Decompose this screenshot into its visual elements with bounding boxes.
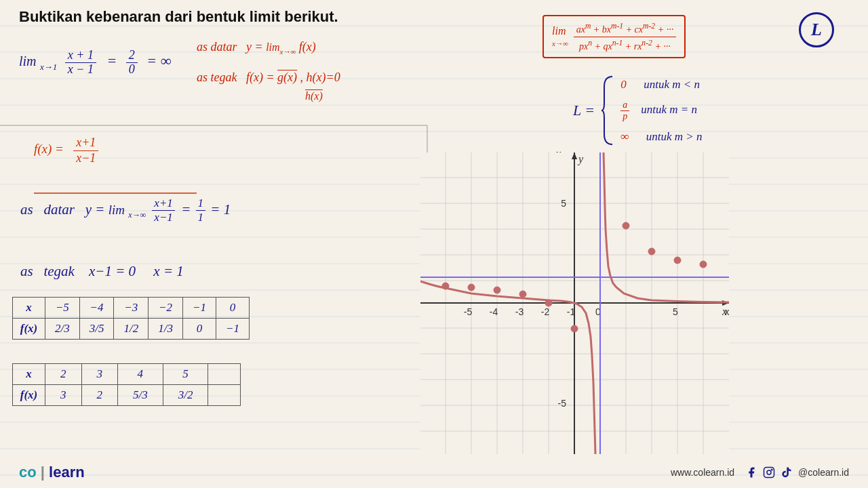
table-cell	[208, 385, 241, 406]
table-cell: 2	[81, 385, 118, 406]
frac-denominator: x − 1	[65, 63, 96, 77]
formula-top: axm + bxm-1 + cxm-2 + ···	[574, 20, 676, 37]
case-2: a p untuk m = n	[620, 100, 702, 122]
fx-label: f(x) =	[34, 142, 70, 156]
table-cell: −3	[114, 298, 149, 319]
lim-fraction: x + 1 x − 1	[65, 49, 96, 77]
svg-text:-5: -5	[558, 398, 567, 409]
infinity-label: = ∞	[146, 52, 171, 69]
table-cell: 3/5	[79, 319, 114, 340]
table-cell: −4	[79, 298, 114, 319]
table-cell: f(x)	[13, 385, 45, 406]
cases-list: 0 untuk m < n a p untuk m = n ∞ untuk m …	[620, 78, 702, 144]
page: Buktikan kebenaran dari bentuk limit ber…	[0, 0, 868, 488]
table-cell: 5/3	[118, 385, 163, 406]
table-cell: x	[13, 364, 45, 385]
graph-svg: x y -5 -4 -3 -2 -1 0 5 x 5 -5	[420, 152, 729, 454]
svg-text:-3: -3	[515, 306, 524, 317]
fx-formula: f(x) = x+1 x−1	[34, 136, 98, 165]
as-datar-fraction: x+1 x−1	[152, 197, 175, 225]
svg-point-46	[494, 287, 500, 293]
table-cell: 2/3	[45, 319, 80, 340]
svg-point-52	[674, 257, 681, 264]
value-denominator: 0	[126, 63, 138, 77]
footer-social: @colearn.id	[745, 466, 849, 479]
table-cell: 3	[45, 385, 82, 406]
formula-bottom: pxn + qxn-1 + rxn-2 + ···	[576, 37, 673, 54]
svg-text:y: y	[577, 153, 584, 165]
facebook-icon	[745, 466, 757, 479]
svg-point-55	[767, 470, 771, 474]
svg-point-48	[545, 300, 552, 306]
table-cell: f(x)	[13, 319, 45, 340]
svg-point-47	[519, 291, 526, 298]
as-datar-result-frac: 1 1	[196, 197, 206, 225]
social-handle: @colearn.id	[798, 467, 849, 478]
svg-point-56	[771, 469, 772, 470]
svg-text:5: 5	[673, 306, 678, 317]
lim-subscript: x→1	[40, 62, 57, 72]
table-cell: −5	[45, 298, 80, 319]
as-datar-label: as datar	[20, 201, 81, 218]
as-datar-result: =	[181, 201, 194, 218]
as-datar-annotation: as datar y = limx→∞ f(x)	[197, 35, 340, 63]
table-1: x −5 −4 −3 −2 −1 0 f(x) 2/3 3/5 1/2 1/3 …	[12, 297, 250, 340]
footer-logo: co | learn	[19, 464, 85, 481]
table-cell: 1/3	[149, 319, 183, 340]
svg-text:5: 5	[561, 198, 566, 209]
formula-box: lim x→∞ axm + bxm-1 + cxm-2 + ··· pxn + …	[542, 15, 686, 58]
logo-separator: |	[37, 464, 49, 481]
fx-denominator: x−1	[73, 151, 98, 166]
logo-co: co	[19, 464, 37, 481]
table-cell: x	[13, 298, 45, 319]
as-datar-subscript: x→∞	[128, 210, 146, 220]
table-cell: 1/2	[114, 319, 149, 340]
right-formula-container: lim x→∞ axm + bxm-1 + cxm-2 + ··· pxn + …	[542, 15, 793, 58]
as-tegak-label: as tegak	[20, 263, 85, 279]
table-cell: 3/2	[163, 385, 208, 406]
svg-point-45	[468, 284, 475, 291]
table-cell: −1	[216, 319, 249, 340]
as-datar-final: = 1	[210, 201, 231, 218]
svg-text:-5: -5	[464, 306, 473, 317]
svg-text:-2: -2	[541, 306, 550, 317]
logo-learn: learn	[49, 464, 85, 481]
table-2-header-row: x 2 3 4 5	[13, 364, 241, 385]
table-cell: 0	[182, 319, 216, 340]
as-datar-section: as datar y = lim x→∞ x+1 x−1 = 1 1 = 1	[20, 197, 231, 225]
value-numerator: 2	[126, 49, 138, 63]
svg-text:x: x	[725, 306, 730, 317]
tiktok-icon	[781, 466, 793, 479]
formula-fraction: axm + bxm-1 + cxm-2 + ··· pxn + qxn-1 + …	[574, 20, 676, 53]
instagram-icon	[763, 466, 775, 479]
footer-website: www.colearn.id	[671, 467, 734, 478]
table-cell	[208, 364, 241, 385]
table-1-header-row: x −5 −4 −3 −2 −1 0	[13, 298, 250, 319]
as-datar-den: x−1	[152, 211, 175, 224]
case-3: ∞ untuk m > n	[620, 130, 702, 144]
table-cell: −2	[149, 298, 183, 319]
as-datar-lim: lim	[108, 203, 125, 217]
svg-text:-4: -4	[490, 306, 498, 317]
table-2: x 2 3 4 5 f(x) 3 2 5/3 3/2	[12, 363, 241, 406]
formula-header: lim x→∞ axm + bxm-1 + cxm-2 + ··· pxn + …	[552, 20, 676, 53]
svg-point-51	[648, 248, 655, 255]
value-fraction: 2 0	[126, 49, 138, 77]
case-1: 0 untuk m < n	[620, 78, 702, 92]
footer: co | learn www.colearn.id @colearn.id	[0, 464, 868, 481]
curly-brace-icon	[600, 73, 615, 148]
page-title: Buktikan kebenaran dari bentuk limit ber…	[19, 8, 338, 26]
equals-sign: =	[106, 52, 117, 69]
table-cell: 5	[163, 364, 208, 385]
table-cell: 4	[118, 364, 163, 385]
red-annotations: as datar y = limx→∞ f(x) as tegak f(x) =…	[197, 35, 340, 108]
fx-fraction: x+1 x−1	[73, 136, 98, 165]
svg-text:-1: -1	[567, 306, 576, 317]
svg-point-49	[571, 325, 578, 332]
as-tegak-equation: x−1 = 0 x = 1	[89, 263, 184, 279]
lim-label: lim	[19, 54, 37, 68]
svg-rect-54	[764, 468, 774, 478]
table-cell: 2	[45, 364, 82, 385]
table-cell: 3	[81, 364, 118, 385]
fx-numerator: x+1	[73, 136, 98, 151]
